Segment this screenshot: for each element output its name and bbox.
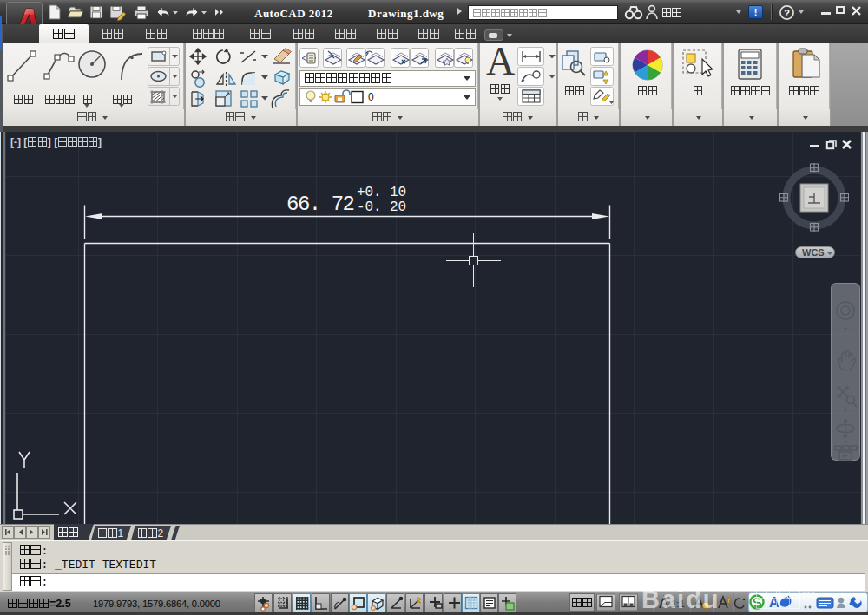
svg-text:-0. 20: -0. 20: [357, 200, 406, 215]
svg-text:0: 0: [368, 91, 374, 103]
svg-text:66. 72: 66. 72: [286, 193, 355, 216]
svg-text:?: ?: [784, 8, 790, 18]
svg-text:+0. 10: +0. 10: [357, 185, 406, 200]
